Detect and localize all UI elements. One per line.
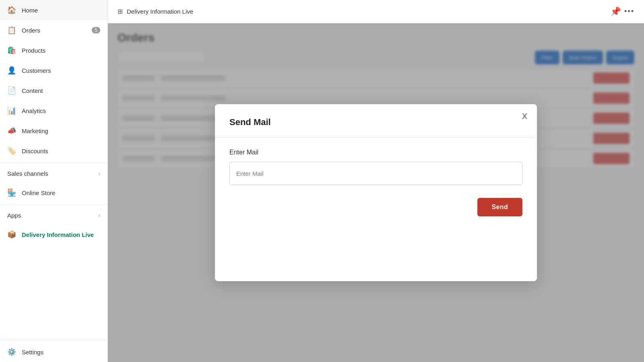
sidebar-spacer — [0, 245, 107, 338]
sidebar-label-discounts: Discounts — [22, 148, 48, 154]
analytics-icon: 📊 — [7, 106, 16, 115]
pin-icon[interactable]: 📌 — [610, 6, 621, 17]
sidebar-label-marketing: Marketing — [22, 128, 48, 134]
sidebar-item-customers[interactable]: 👤 Customers — [0, 60, 107, 80]
sidebar-divider-3 — [0, 340, 107, 340]
sidebar-item-marketing[interactable]: 📣 Marketing — [0, 121, 107, 141]
online-store-icon: 🏪 — [7, 188, 16, 197]
sidebar-label-content: Content — [22, 87, 43, 94]
sidebar-item-sales-channels[interactable]: Sales channels › — [0, 165, 107, 183]
sidebar-item-settings[interactable]: ⚙️ Settings — [0, 342, 107, 362]
sidebar-item-delivery[interactable]: 📦 Delivery Information Live — [0, 224, 107, 245]
send-button[interactable]: Send — [477, 198, 522, 216]
sidebar-item-discounts[interactable]: 🏷️ Discounts — [0, 141, 107, 161]
send-mail-modal: Send Mail X Enter Mail Send — [215, 104, 537, 281]
sidebar-item-products[interactable]: 🛍️ Products — [0, 40, 107, 60]
sidebar-label-orders: Orders — [22, 27, 40, 34]
sidebar-label-home: Home — [22, 7, 38, 14]
marketing-icon: 📣 — [7, 126, 16, 135]
topbar-title: Delivery Information Live — [127, 8, 193, 15]
sidebar-item-online-store[interactable]: 🏪 Online Store — [0, 183, 107, 203]
sidebar-label-apps: Apps — [7, 212, 21, 219]
customers-icon: 👤 — [7, 66, 16, 75]
sidebar-divider-2 — [0, 204, 107, 205]
chevron-right-icon: › — [99, 171, 100, 177]
sidebar-label-products: Products — [22, 47, 45, 54]
modal-overlay: Send Mail X Enter Mail Send — [108, 23, 644, 362]
content-icon: 📄 — [7, 86, 16, 95]
more-options-icon[interactable]: ••• — [624, 7, 634, 16]
products-icon: 🛍️ — [7, 46, 16, 55]
sidebar-label-online-store: Online Store — [22, 189, 55, 196]
modal-field-label: Enter Mail — [229, 149, 522, 156]
main-area: ⊞ Delivery Information Live 📌 ••• Orders… — [108, 0, 644, 362]
email-input[interactable] — [229, 162, 522, 185]
topbar-actions: 📌 ••• — [610, 6, 634, 17]
delivery-icon: 📦 — [7, 230, 16, 239]
sidebar-label-analytics: Analytics — [22, 107, 46, 114]
topbar: ⊞ Delivery Information Live 📌 ••• — [108, 0, 644, 23]
sidebar-item-content[interactable]: 📄 Content — [0, 80, 107, 101]
sidebar-divider-1 — [0, 162, 107, 163]
discounts-icon: 🏷️ — [7, 146, 16, 155]
sidebar-label-customers: Customers — [22, 67, 51, 74]
sidebar-item-home[interactable]: 🏠 Home — [0, 0, 107, 20]
sidebar-item-apps[interactable]: Apps › — [0, 206, 107, 224]
sidebar-item-orders[interactable]: 📋 Orders 5 — [0, 20, 107, 40]
modal-divider — [215, 137, 537, 138]
sidebar-item-analytics[interactable]: 📊 Analytics — [0, 101, 107, 121]
home-icon: 🏠 — [7, 6, 16, 14]
modal-title: Send Mail — [229, 117, 522, 128]
sidebar-label-settings: Settings — [22, 349, 43, 356]
sidebar: 🏠 Home 📋 Orders 5 🛍️ Products 👤 Customer… — [0, 0, 108, 362]
modal-close-button[interactable]: X — [522, 112, 527, 120]
content-area: Orders Filter Bulk Orders Export — [108, 23, 644, 362]
topbar-grid-icon: ⊞ — [118, 8, 123, 15]
orders-badge: 5 — [92, 27, 100, 33]
sidebar-label-sales-channels: Sales channels — [7, 170, 48, 177]
modal-footer: Send — [229, 198, 522, 216]
settings-icon: ⚙️ — [7, 348, 16, 356]
chevron-right-icon-apps: › — [99, 212, 100, 218]
orders-icon: 📋 — [7, 26, 16, 35]
sidebar-label-delivery: Delivery Information Live — [22, 231, 94, 238]
